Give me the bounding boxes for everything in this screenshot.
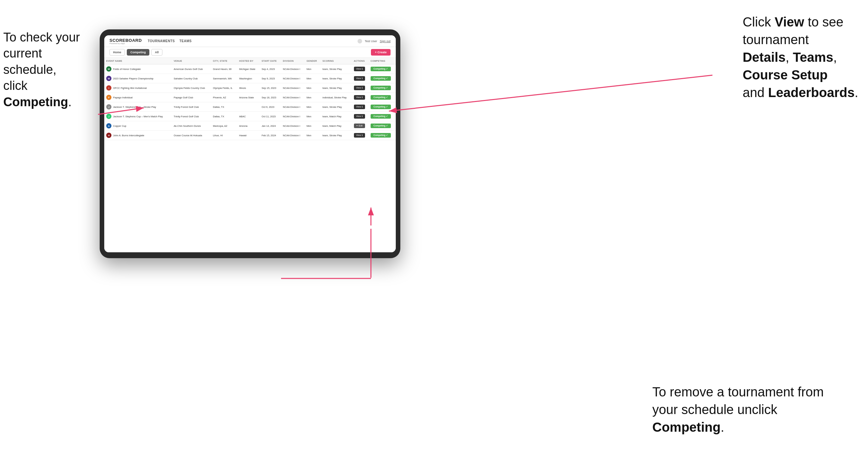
- nav-tournaments[interactable]: TOURNAMENTS: [148, 39, 175, 43]
- filter-home-btn[interactable]: Home: [110, 49, 125, 56]
- competing-button[interactable]: Competing ✓: [371, 67, 391, 71]
- cell-hosted-by: Arizona State: [237, 93, 260, 102]
- cell-scoring: team, Match Play: [320, 112, 352, 121]
- competing-button[interactable]: Competing ✓: [371, 124, 391, 128]
- cell-venue: Olympia Fields Country Club: [172, 83, 211, 93]
- logo-sub-text: Powered by clippi: [110, 42, 142, 44]
- cell-start-date: Sep 4, 2023: [260, 64, 281, 74]
- cell-city-state: Dallas, TX: [211, 102, 237, 112]
- competing-cell: Competing ✓: [369, 112, 396, 121]
- svg-line-4: [389, 75, 712, 111]
- team-logo-icon: M: [106, 66, 112, 71]
- cell-gender: Men: [305, 121, 320, 131]
- cell-scoring: team, Match Play: [320, 121, 352, 131]
- cell-scoring: team, Stroke Play: [320, 102, 352, 112]
- competing-button[interactable]: Competing ✓: [371, 114, 391, 119]
- cell-hosted-by: Hawaii: [237, 131, 260, 140]
- cell-scoring: team, Stroke Play: [320, 83, 352, 93]
- view-button[interactable]: View ℹ: [354, 114, 365, 119]
- team-logo-icon: H: [106, 133, 112, 138]
- filter-all-btn[interactable]: All: [151, 49, 162, 56]
- cell-city-state: Maricopa, AZ: [211, 121, 237, 131]
- competing-button[interactable]: Competing ✓: [371, 76, 391, 81]
- view-button[interactable]: View ℹ: [354, 133, 365, 137]
- cell-city-state: Olympia Fields, IL: [211, 83, 237, 93]
- cell-hosted-by: Arizona: [237, 121, 260, 131]
- nav-signout[interactable]: Sign out: [380, 39, 391, 43]
- create-tournament-btn[interactable]: + Create: [371, 49, 391, 56]
- event-name-cell: J Jackson T. Stephens Cup – Men's Match …: [104, 112, 172, 121]
- view-button[interactable]: View ℹ: [354, 104, 365, 109]
- cell-division: NCAA Division I: [281, 83, 305, 93]
- event-name-cell: P Papago Individual: [104, 93, 172, 102]
- cell-division: NCAA Division I: [281, 74, 305, 83]
- col-event-name: EVENT NAME: [104, 58, 172, 64]
- nav-right: Test User Sign out: [358, 39, 391, 43]
- cell-start-date: Oct 11, 2023: [260, 112, 281, 121]
- cell-gender: Men: [305, 93, 320, 102]
- cell-scoring: team, Stroke Play: [320, 74, 352, 83]
- team-logo-icon: J: [106, 104, 112, 110]
- competing-button[interactable]: Competing ✓: [371, 133, 391, 137]
- view-button[interactable]: View ℹ: [354, 76, 365, 81]
- table-row: J Jackson T. Stephens Cup – Stroke Play …: [104, 102, 396, 112]
- cell-start-date: Feb 15, 2024: [260, 131, 281, 140]
- actions-cell: View ℹ: [352, 64, 369, 74]
- competing-button[interactable]: Competing ✓: [371, 86, 391, 90]
- cell-division: NCAA Division I: [281, 131, 305, 140]
- cell-division: NCAA Division I: [281, 93, 305, 102]
- event-name-text: 2023 Sahalee Players Championship: [113, 77, 153, 80]
- team-logo-icon: P: [106, 95, 112, 100]
- col-division: DIVISION: [281, 58, 305, 64]
- competing-cell: Competing ✓: [369, 93, 396, 102]
- col-gender: GENDER: [305, 58, 320, 64]
- edit-button[interactable]: ✏ Edit: [354, 124, 365, 128]
- cell-hosted-by: Illinois: [237, 83, 260, 93]
- nav-teams[interactable]: TEAMS: [179, 39, 192, 43]
- team-logo-icon: J: [106, 114, 112, 119]
- actions-cell: ✏ Edit: [352, 121, 369, 131]
- event-name-cell: H John A. Burns Intercollegiate: [104, 131, 172, 140]
- table-row: A Copper Cup Ak-Chin Southern DunesMaric…: [104, 121, 396, 131]
- filter-competing-btn[interactable]: Competing: [127, 49, 149, 56]
- competing-cell: Competing ✓: [369, 83, 396, 93]
- cell-hosted-by: ABAC: [237, 112, 260, 121]
- cell-start-date: Oct 9, 2023: [260, 102, 281, 112]
- table-row: P Papago Individual Papago Golf ClubPhoe…: [104, 93, 396, 102]
- event-name-text: John A. Burns Intercollegiate: [113, 134, 144, 137]
- nav-bar: SCOREBOARD Powered by clippi TOURNAMENTS…: [104, 35, 396, 47]
- event-name-cell: A Copper Cup: [104, 121, 172, 131]
- event-name-text: Papago Individual: [113, 96, 133, 99]
- col-venue: VENUE: [172, 58, 211, 64]
- event-name-text: Copper Cup: [113, 125, 126, 127]
- col-start-date: START DATE: [260, 58, 281, 64]
- view-button[interactable]: View ℹ: [354, 95, 365, 100]
- user-avatar-icon: [358, 39, 362, 43]
- col-scoring: SCORING: [320, 58, 352, 64]
- view-button[interactable]: View ℹ: [354, 67, 365, 71]
- competing-button[interactable]: Competing ✓: [371, 95, 391, 100]
- competing-cell: Competing ✓: [369, 121, 396, 131]
- view-button[interactable]: View ℹ: [354, 86, 365, 90]
- cell-gender: Men: [305, 64, 320, 74]
- actions-cell: View ℹ: [352, 131, 369, 140]
- col-hosted-by: HOSTED BY: [237, 58, 260, 64]
- cell-scoring: individual, Stroke Play: [320, 93, 352, 102]
- cell-venue: Ocean Course At Hokuala: [172, 131, 211, 140]
- table-row: J Jackson T. Stephens Cup – Men's Match …: [104, 112, 396, 121]
- logo-main-text: SCOREBOARD: [110, 38, 142, 43]
- cell-hosted-by: [237, 102, 260, 112]
- actions-cell: View ℹ: [352, 112, 369, 121]
- col-city-state: CITY, STATE: [211, 58, 237, 64]
- nav-links: TOURNAMENTS TEAMS: [148, 39, 358, 43]
- tablet-device: SCOREBOARD Powered by clippi TOURNAMENTS…: [100, 29, 400, 258]
- nav-user-name: Test User: [365, 39, 377, 43]
- competing-button[interactable]: Competing ✓: [371, 104, 391, 109]
- cell-venue: Papago Golf Club: [172, 93, 211, 102]
- cell-division: NCAA Division I: [281, 102, 305, 112]
- cell-start-date: Sep 9, 2023: [260, 74, 281, 83]
- event-name-text: OFCC Fighting Illini Invitational: [113, 87, 147, 90]
- cell-gender: Men: [305, 112, 320, 121]
- cell-city-state: Grand Haven, MI: [211, 64, 237, 74]
- table-row: M Folds of Honor Collegiate American Dun…: [104, 64, 396, 74]
